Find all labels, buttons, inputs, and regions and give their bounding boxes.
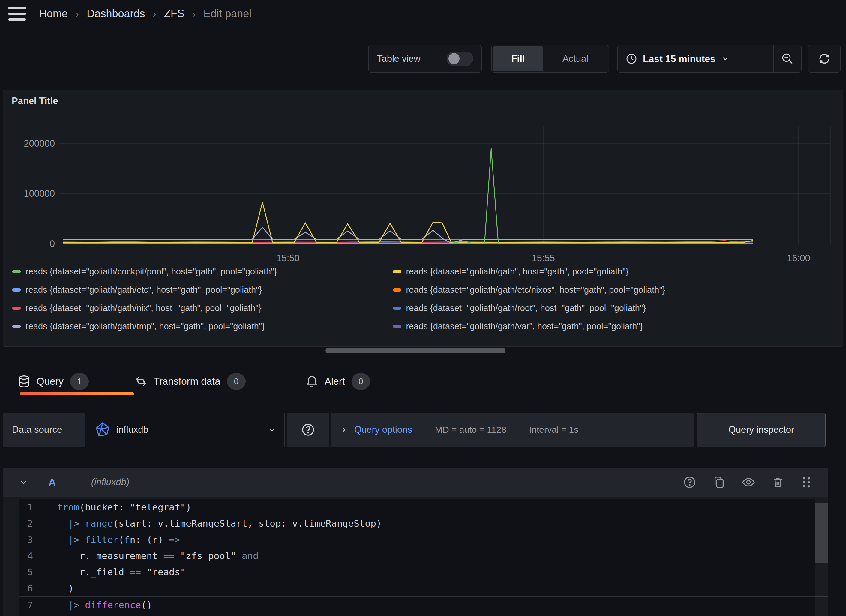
interval-stat: Interval = 1s [529, 425, 579, 435]
tab-alert-count: 0 [352, 373, 370, 390]
legend-item[interactable]: reads {dataset="goliath/gath/etc/nixos",… [393, 285, 836, 295]
table-view-toggle[interactable] [447, 51, 473, 66]
query-row-header[interactable]: A (influxdb) [3, 468, 828, 497]
code-text: r._field == "reads" [33, 564, 186, 580]
bell-icon [306, 375, 319, 388]
refresh-button[interactable] [808, 45, 841, 73]
table-view-control: Table view [369, 45, 482, 73]
datasource-picker[interactable]: influxdb [86, 413, 285, 447]
line-number: 2 [19, 515, 33, 531]
code-line[interactable]: 6 ) [19, 580, 828, 596]
legend-item[interactable]: reads {dataset="goliath/gath/nix", host=… [12, 303, 387, 313]
fill-option[interactable]: Fill [493, 47, 543, 71]
code-line[interactable]: 5 r._field == "reads" [19, 564, 828, 580]
tab-transform-count: 0 [227, 373, 246, 390]
code-line[interactable]: 1from(bucket: "telegraf") [19, 499, 828, 515]
tab-query[interactable]: Query 1 [18, 368, 89, 395]
legend-item[interactable]: reads {dataset="goliath/gath/tmp", host=… [12, 321, 387, 331]
legend-swatch [12, 288, 21, 292]
legend-item[interactable]: reads {dataset="goliath/gath/etc", host=… [12, 285, 387, 295]
legend-item[interactable]: reads {dataset="goliath/gath/var", host=… [393, 321, 836, 331]
legend-swatch [12, 325, 21, 328]
legend-label: reads {dataset="goliath/gath/etc", host=… [25, 285, 262, 295]
help-icon [301, 422, 315, 437]
chart-legend: reads {dataset="goliath/cockpit/pool", h… [12, 267, 836, 331]
trash-icon[interactable] [771, 475, 785, 489]
breadcrumb-separator: › [76, 8, 79, 20]
time-range-value: Last 15 minutes [643, 53, 715, 65]
chevron-down-icon [267, 425, 277, 434]
legend-label: reads {dataset="goliath/gath/var", host=… [406, 321, 643, 331]
query-inspector-button[interactable]: Query inspector [697, 413, 825, 447]
chevron-down-icon [721, 54, 730, 63]
legend-swatch [393, 270, 401, 273]
svg-text:16:00: 16:00 [787, 253, 810, 263]
legend-item[interactable]: reads {dataset="goliath/gath/root", host… [393, 303, 836, 313]
datasource-help-button[interactable] [287, 413, 329, 447]
top-nav: Home › Dashboards › ZFS › Edit panel [0, 0, 846, 28]
datasource-value: influxdb [116, 424, 267, 435]
breadcrumb-dashboards[interactable]: Dashboards [87, 7, 145, 20]
code-text: |> range(start: v.timeRangeStart, stop: … [33, 515, 382, 531]
line-number: 6 [19, 580, 33, 596]
time-range-picker[interactable]: Last 15 minutes [618, 53, 773, 65]
zoom-out-icon [781, 53, 794, 65]
line-number: 4 [19, 548, 33, 564]
toggle-knob [448, 53, 460, 64]
legend-item[interactable]: reads {dataset="goliath/cockpit/pool", h… [12, 267, 387, 277]
code-text: from(bucket: "telegraf") [33, 499, 191, 515]
tab-query-count: 1 [70, 373, 89, 390]
query-editor-card: A (influxdb) [3, 468, 828, 616]
code-text: ) [33, 580, 74, 596]
menu-icon[interactable] [9, 7, 26, 21]
database-icon [18, 375, 31, 388]
svg-text:200000: 200000 [24, 138, 55, 149]
copy-icon[interactable] [712, 475, 726, 489]
breadcrumb-current: Edit panel [203, 7, 251, 20]
legend-swatch [12, 307, 21, 310]
chevron-down-icon[interactable] [19, 477, 29, 487]
code-line[interactable]: 4 r._measurement == "zfs_pool" and [19, 548, 828, 564]
svg-text:0: 0 [50, 238, 55, 249]
refresh-icon [818, 52, 831, 65]
drag-grip-icon[interactable] [800, 475, 812, 489]
breadcrumb-separator: › [153, 8, 156, 20]
time-range-group: Last 15 minutes [617, 45, 802, 73]
line-number: 1 [19, 499, 33, 515]
legend-label: reads {dataset="goliath/cockpit/pool", h… [25, 267, 277, 277]
clock-icon [626, 53, 637, 65]
flux-code-editor[interactable]: 1from(bucket: "telegraf")2 |> range(star… [19, 499, 828, 616]
legend-label: reads {dataset="goliath/gath/etc/nixos",… [406, 285, 665, 295]
code-line[interactable]: 7 |> difference() [19, 596, 828, 612]
grafana-edit-panel-page: Home › Dashboards › ZFS › Edit panel Tab… [0, 0, 846, 616]
code-line[interactable]: 2 |> range(start: v.timeRangeStart, stop… [19, 515, 828, 531]
code-line[interactable]: 3 |> filter(fn: (r) => [19, 531, 828, 548]
breadcrumb-home[interactable]: Home [39, 7, 68, 20]
line-number: 7 [19, 597, 33, 612]
actual-option[interactable]: Actual [543, 47, 608, 71]
legend-label: reads {dataset="goliath/gath/nix", host=… [25, 303, 261, 313]
datasource-label: Data source [3, 413, 85, 447]
tab-transform-data[interactable]: Transform data 0 [134, 368, 246, 395]
editor-tabs: Query 1 Transform data 0 Alert 0 [0, 368, 846, 395]
influxdb-logo-icon [95, 422, 110, 437]
tab-query-label: Query [37, 376, 64, 387]
indent-guide [65, 515, 65, 612]
query-options-link[interactable]: Query options [354, 424, 412, 435]
legend-item[interactable]: reads {dataset="goliath/gath", host="gat… [393, 267, 836, 277]
help-icon[interactable] [683, 475, 696, 489]
pane-resize-handle[interactable] [326, 348, 505, 353]
eye-icon[interactable] [742, 475, 755, 489]
zoom-out-button[interactable] [774, 45, 801, 72]
panel: Panel Title 010000020000015:5015:5516:00… [3, 90, 843, 347]
editor-scrollbar-thumb[interactable] [815, 503, 828, 563]
code-text: r._measurement == "zfs_pool" and [33, 548, 258, 564]
transform-icon [134, 375, 148, 388]
legend-label: reads {dataset="goliath/gath/root", host… [406, 303, 646, 313]
breadcrumb-dashboard-zfs[interactable]: ZFS [164, 7, 185, 20]
active-tab-underline [20, 392, 134, 395]
svg-text:15:50: 15:50 [276, 253, 300, 263]
tab-alert[interactable]: Alert 0 [306, 368, 370, 395]
tab-transform-label: Transform data [154, 376, 220, 387]
legend-label: reads {dataset="goliath/gath/tmp", host=… [25, 321, 265, 331]
